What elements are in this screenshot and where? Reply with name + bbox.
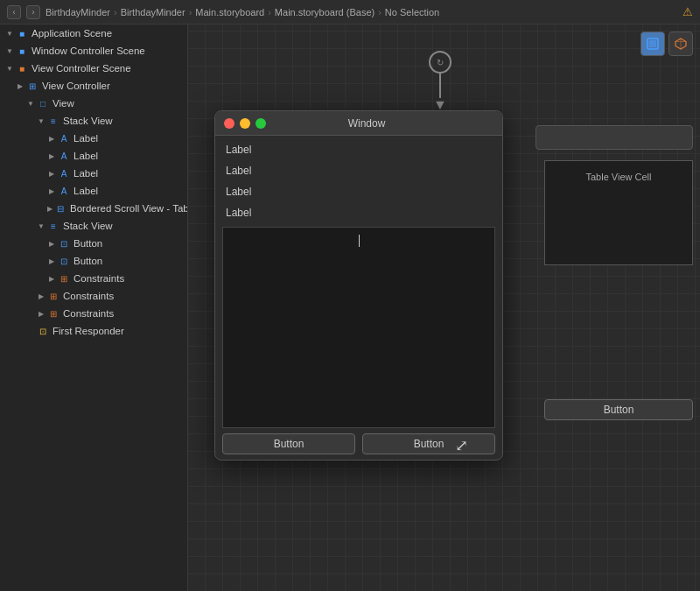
label-icon: A <box>58 132 70 144</box>
expand-arrow: ▶ <box>47 274 56 283</box>
window-label-3: Label <box>226 181 492 202</box>
sidebar-label: First Responder <box>52 326 124 336</box>
expand-arrow: ▶ <box>47 186 56 195</box>
sidebar-item-application-scene[interactable]: ▼ ■ Application Scene <box>0 25 187 42</box>
expand-arrow: ▼ <box>5 29 14 38</box>
sidebar-label: View Controller Scene <box>32 63 131 74</box>
expand-arrow: ▶ <box>47 134 56 143</box>
nav-fwd-button[interactable]: › <box>26 5 40 19</box>
top-bar: ‹ › BirthdayMinder › BirthdayMinder › Ma… <box>0 0 700 25</box>
window-labels: Label Label Label Label <box>215 136 502 227</box>
stack-view-icon: ≡ <box>47 115 60 127</box>
right-panel-button[interactable]: Button <box>544 399 693 420</box>
sidebar-item-button-1[interactable]: ▶ ⊡ Button <box>0 235 187 252</box>
app-scene-icon: ■ <box>16 27 28 39</box>
expand-arrow: ▶ <box>47 204 52 213</box>
sidebar-item-label-3[interactable]: ▶ A Label <box>0 165 187 182</box>
constraints-3-icon: ⊞ <box>47 307 60 320</box>
breadcrumb-4: Main.storyboard (Base) <box>275 7 374 18</box>
expand-arrow: ▼ <box>37 116 46 125</box>
traffic-light-red[interactable] <box>224 118 234 129</box>
sidebar-label: View Controller <box>42 81 110 91</box>
sidebar-item-stack-view-1[interactable]: ▼ ≡ Stack View <box>0 112 187 130</box>
stack-view-2-icon: ≡ <box>47 220 60 232</box>
sidebar-label: Constraints <box>63 308 114 319</box>
sidebar-label: Label <box>74 133 98 144</box>
sidebar: ▼ ■ Application Scene ▼ ■ Window Control… <box>0 25 188 591</box>
sidebar-label: Stack View <box>63 221 113 231</box>
expand-arrow: ▶ <box>47 151 56 160</box>
sidebar-item-label-1[interactable]: ▶ A Label <box>0 130 187 147</box>
scroll-view-icon: ⊟ <box>54 202 66 215</box>
sidebar-label: Constraints <box>63 291 114 301</box>
sidebar-label: View <box>52 98 74 109</box>
sidebar-item-view[interactable]: ▼ □ View <box>0 95 187 112</box>
breadcrumb-2: BirthdayMinder <box>121 7 186 18</box>
cube-panel-button[interactable] <box>668 32 693 56</box>
window-titlebar: Window <box>215 111 502 136</box>
sidebar-label: Bordered Scroll View - Tab… <box>70 203 187 214</box>
sidebar-label: Button <box>74 238 102 249</box>
window-body: Label Label Label Label <box>215 136 502 460</box>
svg-rect-1 <box>649 40 656 47</box>
sidebar-item-first-responder[interactable]: ▶ ⊡ First Responder <box>0 322 187 340</box>
button-icon: ⊡ <box>58 237 70 250</box>
expand-arrow: ▶ <box>47 239 56 248</box>
constraints-icon: ⊞ <box>58 272 70 285</box>
breadcrumb-3: Main.storyboard <box>195 7 264 18</box>
table-view-cell-label: Table View Cell <box>585 172 651 182</box>
warning-icon: ⚠ <box>682 5 693 18</box>
sidebar-label: Label <box>74 151 98 161</box>
expand-arrow: ▶ <box>37 309 46 318</box>
window-button-2[interactable]: Button <box>362 433 495 454</box>
expand-arrow: ▼ <box>5 46 14 55</box>
connector-arrow: ↻ ▼ <box>429 51 452 112</box>
floating-window: Window Label Label Label Label <box>214 110 503 461</box>
view-icon: □ <box>37 97 49 109</box>
expand-arrow: ▼ <box>26 99 35 108</box>
canvas-area: ↻ ▼ Table View Cell Button Window <box>188 25 700 591</box>
sidebar-label: Window Controller Scene <box>32 46 145 56</box>
vc-icon: ⊞ <box>26 80 38 92</box>
sidebar-label: Constraints <box>74 273 124 284</box>
sidebar-item-view-controller[interactable]: ▶ ⊞ View Controller <box>0 77 187 95</box>
expand-arrow: ▶ <box>47 257 56 265</box>
sidebar-item-button-2[interactable]: ▶ ⊡ Button <box>0 252 187 270</box>
sidebar-item-bordered-scroll-view[interactable]: ▶ ⊟ Bordered Scroll View - Tab… <box>0 200 187 217</box>
breadcrumb-1: BirthdayMinder <box>46 7 110 18</box>
first-responder-icon: ⊡ <box>37 325 49 337</box>
window-title: Window <box>240 117 494 130</box>
window-label-2: Label <box>226 160 492 181</box>
nav-back-button[interactable]: ‹ <box>7 5 21 19</box>
top-bar-right: ⚠ <box>682 5 693 18</box>
sidebar-item-label-4[interactable]: ▶ A Label <box>0 182 187 200</box>
label-icon: A <box>58 150 70 162</box>
breadcrumb-5: No Selection <box>385 7 439 18</box>
sidebar-item-constraints-1[interactable]: ▶ ⊞ Constraints <box>0 270 187 287</box>
expand-arrow: ▶ <box>47 169 56 178</box>
main-layout: ▼ ■ Application Scene ▼ ■ Window Control… <box>0 25 700 591</box>
sidebar-label: Stack View <box>63 116 113 126</box>
sidebar-label: Label <box>74 168 98 179</box>
expand-arrow: ▶ <box>37 292 46 300</box>
breadcrumb: BirthdayMinder › BirthdayMinder › Main.s… <box>46 7 439 18</box>
square-panel-button[interactable] <box>640 32 665 56</box>
sidebar-item-stack-view-2[interactable]: ▼ ≡ Stack View <box>0 217 187 235</box>
sidebar-item-constraints-3[interactable]: ▶ ⊞ Constraints <box>0 305 187 322</box>
label-icon: A <box>58 167 70 179</box>
panel-icons <box>640 32 693 56</box>
label-icon: A <box>58 185 70 197</box>
sidebar-label: Button <box>74 256 102 266</box>
window-dark-area <box>222 227 495 428</box>
window-button-1[interactable]: Button <box>222 433 355 454</box>
window-label-4: Label <box>226 202 492 223</box>
sidebar-item-view-controller-scene[interactable]: ▼ ■ View Controller Scene <box>0 60 187 77</box>
expand-arrow: ▼ <box>37 222 46 230</box>
sidebar-item-constraints-2[interactable]: ▶ ⊞ Constraints <box>0 287 187 305</box>
sidebar-item-label-2[interactable]: ▶ A Label <box>0 147 187 165</box>
table-view-cell-area: Table View Cell <box>544 160 693 265</box>
title-bar-row <box>536 125 693 150</box>
window-footer: Button Button <box>215 428 502 460</box>
sidebar-item-window-controller-scene[interactable]: ▼ ■ Window Controller Scene <box>0 42 187 60</box>
button-2-icon: ⊡ <box>58 255 70 267</box>
